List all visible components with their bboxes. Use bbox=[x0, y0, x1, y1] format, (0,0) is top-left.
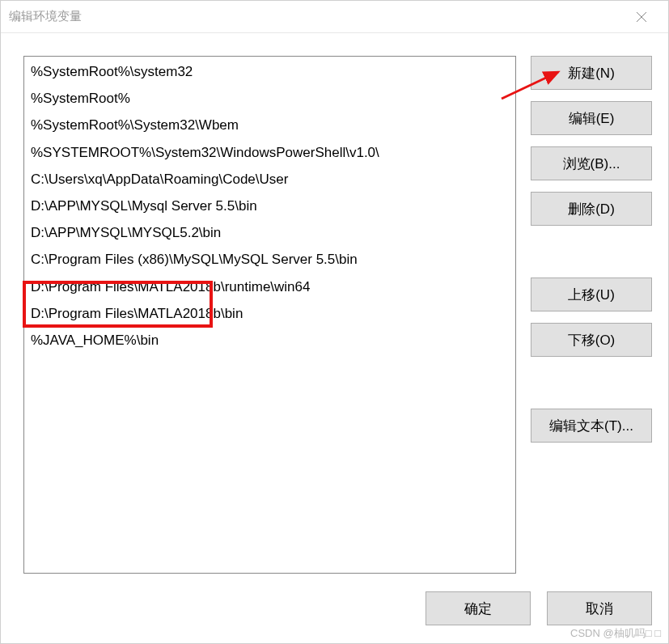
path-listbox[interactable]: %SystemRoot%\system32 %SystemRoot% %Syst… bbox=[23, 56, 516, 574]
browse-button[interactable]: 浏览(B)... bbox=[531, 146, 652, 180]
list-item[interactable]: %SystemRoot%\system32 bbox=[24, 58, 515, 85]
list-item[interactable]: %SystemRoot%\System32\Wbem bbox=[24, 112, 515, 138]
dialog-footer: 确定 取消 bbox=[1, 588, 668, 643]
move-down-button[interactable]: 下移(O) bbox=[531, 323, 652, 357]
titlebar: 编辑环境变量 bbox=[1, 1, 668, 33]
close-button[interactable] bbox=[623, 5, 660, 29]
watermark: CSDN @柚叽吗□ □ bbox=[570, 626, 661, 641]
ok-button[interactable]: 确定 bbox=[426, 591, 531, 625]
list-item[interactable]: C:\Users\xq\AppData\Roaming\Code\User bbox=[24, 166, 515, 193]
dialog-content: %SystemRoot%\system32 %SystemRoot% %Syst… bbox=[1, 33, 668, 588]
move-up-button[interactable]: 上移(U) bbox=[531, 278, 652, 311]
edit-env-var-dialog: 编辑环境变量 %SystemRoot%\system32 %SystemRoot… bbox=[0, 0, 669, 644]
dialog-title: 编辑环境变量 bbox=[9, 9, 623, 24]
list-item[interactable]: C:\Program Files (x86)\MySQL\MySQL Serve… bbox=[24, 246, 515, 273]
list-item[interactable]: %SystemRoot% bbox=[24, 85, 515, 112]
new-button[interactable]: 新建(N) bbox=[531, 56, 652, 90]
edit-button[interactable]: 编辑(E) bbox=[531, 101, 652, 135]
delete-button[interactable]: 删除(D) bbox=[531, 192, 652, 226]
list-item[interactable]: %JAVA_HOME%\bin bbox=[24, 327, 515, 354]
cancel-button[interactable]: 取消 bbox=[547, 591, 652, 625]
list-item[interactable]: D:\Program Files\MATLA2018b\bin bbox=[24, 300, 515, 327]
side-buttons: 新建(N) 编辑(E) 浏览(B)... 删除(D) 上移(U) 下移(O) 编… bbox=[531, 56, 652, 580]
list-item[interactable]: %SYSTEMROOT%\System32\WindowsPowerShell\… bbox=[24, 139, 515, 166]
edit-text-button[interactable]: 编辑文本(T)... bbox=[531, 409, 652, 443]
list-item[interactable]: D:\Program Files\MATLA2018b\runtime\win6… bbox=[24, 273, 515, 300]
listbox-inner: %SystemRoot%\system32 %SystemRoot% %Syst… bbox=[24, 57, 515, 355]
list-item[interactable]: D:\APP\MYSQL\MYSQL5.2\bin bbox=[24, 219, 515, 246]
list-item[interactable]: D:\APP\MYSQL\Mysql Server 5.5\bin bbox=[24, 193, 515, 219]
close-icon bbox=[636, 11, 647, 23]
